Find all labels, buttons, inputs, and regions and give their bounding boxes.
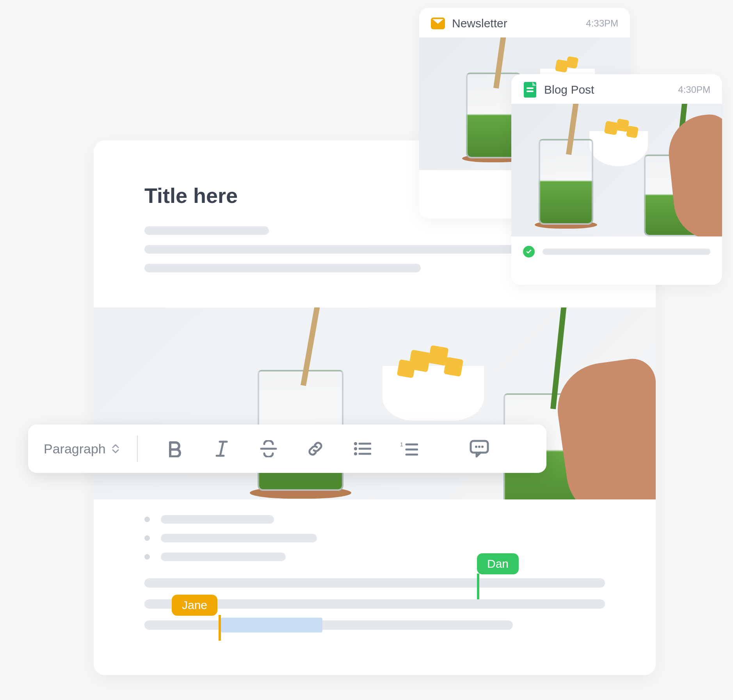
svg-point-15	[475, 446, 477, 448]
collaborator-name: Jane	[182, 599, 207, 612]
editor-body[interactable]: Dan Jane	[144, 515, 605, 641]
list-text-placeholder	[161, 534, 317, 542]
paragraph-style-label: Paragraph	[44, 441, 106, 457]
svg-text:1: 1	[400, 441, 403, 448]
card-title: Newsletter	[452, 17, 579, 30]
numbered-list-button[interactable]: 1	[388, 425, 431, 473]
bullet-icon	[144, 517, 150, 522]
paragraph-placeholder-line	[144, 226, 269, 235]
svg-point-4	[354, 442, 357, 445]
collaborator-cursor-jane: Jane	[172, 595, 217, 616]
mango-graphic	[397, 359, 416, 378]
paragraph-style-select[interactable]: Paragraph	[44, 441, 133, 457]
svg-point-16	[478, 446, 480, 448]
card-thumbnail	[511, 104, 722, 236]
mango-graphic	[444, 357, 464, 377]
comment-button[interactable]	[458, 425, 501, 473]
bullet-icon	[144, 554, 150, 560]
chevron-updown-icon	[112, 444, 119, 453]
paragraph-placeholder-line	[144, 264, 421, 272]
card-text-placeholder	[543, 249, 710, 255]
hand-graphic	[552, 356, 656, 499]
document-icon	[523, 83, 537, 97]
svg-point-17	[481, 446, 484, 448]
blog-post-card[interactable]: Blog Post 4:30PM	[511, 74, 722, 285]
bullet-list-item	[144, 515, 605, 524]
collaborator-name: Dan	[487, 557, 509, 570]
text-selection	[221, 618, 322, 632]
bullet-list-item	[144, 534, 605, 542]
card-timestamp: 4:33PM	[586, 18, 618, 29]
list-text-placeholder	[161, 515, 274, 524]
list-text-placeholder	[161, 553, 286, 561]
svg-point-8	[354, 452, 357, 455]
bullet-list-item	[144, 553, 605, 561]
svg-line-2	[220, 442, 223, 456]
paragraph-placeholder-line	[144, 620, 513, 630]
paragraph-placeholder-line	[144, 578, 605, 588]
toolbar-divider	[137, 435, 138, 462]
bullet-list-button[interactable]	[341, 425, 384, 473]
card-footer	[511, 236, 722, 267]
link-button[interactable]	[294, 425, 337, 473]
svg-point-6	[354, 447, 357, 450]
check-icon	[523, 246, 535, 258]
editor-toolbar: Paragraph 1	[28, 425, 546, 473]
card-title: Blog Post	[544, 83, 671, 96]
strikethrough-button[interactable]	[247, 425, 290, 473]
italic-button[interactable]	[200, 425, 243, 473]
bullet-icon	[144, 535, 150, 541]
collaborator-cursor-dan: Dan	[477, 553, 519, 574]
card-timestamp: 4:30PM	[678, 84, 710, 95]
envelope-icon	[431, 16, 445, 30]
collaborator-caret-dan	[477, 574, 479, 599]
bold-button[interactable]	[153, 425, 196, 473]
